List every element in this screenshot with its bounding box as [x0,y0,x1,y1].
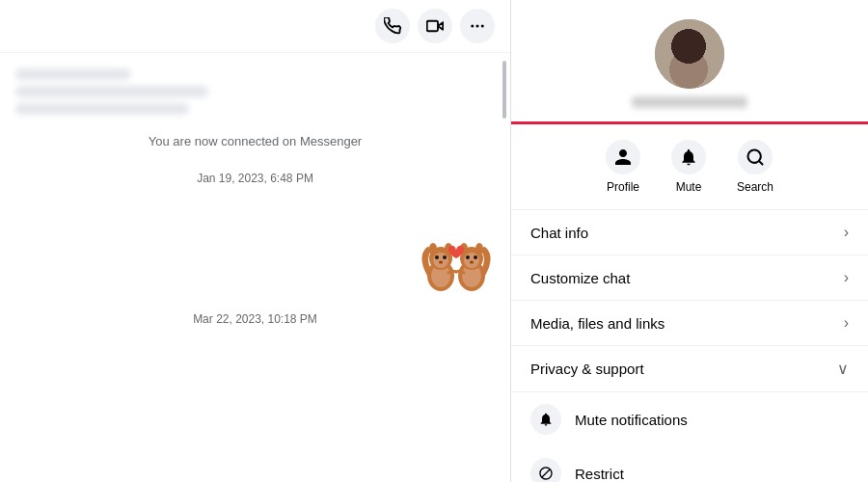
svg-point-20 [466,255,470,259]
blur-line-3 [15,103,189,115]
video-call-button[interactable] [418,9,452,43]
svg-line-24 [759,161,763,165]
contact-name-blurred [632,96,747,108]
profile-label: Profile [607,180,639,194]
chat-header [0,0,510,53]
chat-info-label: Chat info [530,225,588,241]
menu-items: Chat info › Customize chat › Media, file… [511,210,868,482]
mute-notifications-label: Mute notifications [575,412,688,428]
privacy-support-item[interactable]: Privacy & support ∨ [511,346,868,392]
sticker-container [15,220,495,297]
media-files-label: Media, files and links [530,315,665,332]
avatar-image [655,19,724,89]
mute-label: Mute [676,180,702,194]
search-button[interactable]: Search [737,140,773,194]
svg-rect-1 [427,21,438,32]
restrict-label: Restrict [575,466,624,482]
connected-message: You are now connected on Messenger [15,134,495,148]
chat-info-item[interactable]: Chat info › [511,210,868,255]
svg-point-3 [476,25,479,28]
svg-point-2 [471,25,474,28]
search-icon [738,140,773,174]
privacy-support-chevron: ∨ [837,360,849,378]
blur-line-1 [15,68,131,80]
svg-point-4 [481,25,484,28]
search-label: Search [737,180,773,194]
svg-point-8 [433,253,448,268]
more-options-button[interactable] [460,9,495,43]
customize-chat-chevron: › [844,269,849,286]
media-files-chevron: › [844,314,849,332]
customize-chat-item[interactable]: Customize chat › [511,255,868,301]
svg-point-21 [474,255,477,259]
profile-button[interactable]: Profile [606,140,640,194]
squirrel-sticker [418,220,495,297]
svg-point-17 [464,253,479,268]
chat-messages: You are now connected on Messenger Jan 1… [0,53,510,482]
svg-point-22 [470,261,474,264]
restrict-icon [530,458,561,482]
chat-info-chevron: › [844,224,849,241]
chat-panel: You are now connected on Messenger Jan 1… [0,0,511,482]
profile-section [511,0,868,124]
media-files-item[interactable]: Media, files and links › [511,301,868,346]
mute-notifications-icon [530,404,561,435]
svg-point-12 [443,255,447,259]
restrict-item[interactable]: Restrict [511,446,868,482]
timestamp-1: Jan 19, 2023, 6:48 PM [15,172,495,185]
mute-notifications-item[interactable]: Mute notifications [511,392,868,446]
scroll-bar[interactable] [502,61,506,119]
privacy-submenu: Mute notifications Restrict Block [511,392,868,482]
blurred-messages [15,68,495,115]
phone-call-button[interactable] [375,9,410,43]
timestamp-2: Mar 22, 2023, 10:18 PM [15,312,495,326]
right-panel: Profile Mute Search Chat info › Cus [511,0,868,482]
svg-point-11 [435,255,439,259]
svg-point-13 [439,261,443,264]
privacy-support-label: Privacy & support [530,361,644,377]
mute-button[interactable]: Mute [671,140,706,194]
customize-chat-label: Customize chat [530,270,630,286]
profile-icon [606,140,640,174]
avatar [655,19,724,89]
action-buttons-row: Profile Mute Search [511,124,868,210]
mute-icon [671,140,706,174]
blur-line-2 [15,86,208,97]
